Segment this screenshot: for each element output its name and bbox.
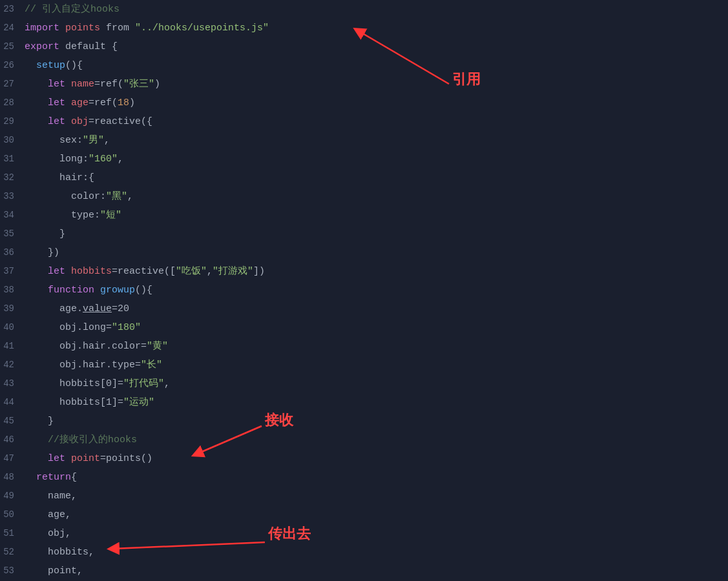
line-content: function growup(){ — [25, 281, 728, 300]
table-row: 37 let hobbits=reactive(["吃饭","打游戏"]) — [0, 262, 728, 281]
line-content: }) — [25, 244, 728, 262]
table-row: 52 hobbits, — [0, 543, 728, 562]
table-row: 51 obj, — [0, 524, 728, 543]
line-number: 39 — [0, 300, 25, 318]
line-number: 43 — [0, 374, 25, 392]
table-row: 40 obj.long="180" — [0, 318, 728, 337]
line-content: return{ — [25, 469, 728, 487]
line-content: name, — [25, 487, 728, 505]
table-row: 39 age.value=20 — [0, 300, 728, 318]
line-content: hobbits, — [25, 544, 728, 562]
line-number: 44 — [0, 393, 25, 411]
line-number: 47 — [0, 449, 25, 467]
line-number: 37 — [0, 262, 25, 280]
line-number: 40 — [0, 318, 25, 336]
table-row: 43 hobbits[0]="打代码", — [0, 374, 728, 393]
line-number: 48 — [0, 468, 25, 486]
line-content: } — [25, 225, 728, 243]
line-number: 32 — [0, 168, 25, 187]
line-number: 34 — [0, 206, 25, 224]
line-content: let age=ref(18) — [25, 94, 728, 112]
line-content: } — [25, 413, 728, 431]
line-content: obj.hair.color="黄" — [25, 338, 728, 356]
table-row: 33 color:"黑", — [0, 187, 728, 206]
line-number: 25 — [0, 37, 25, 56]
line-number: 51 — [0, 524, 25, 542]
line-number: 35 — [0, 225, 25, 243]
line-content: // 引入自定义hooks — [25, 1, 728, 19]
table-row: 29 let obj=reactive({ — [0, 112, 728, 131]
line-content: point, — [25, 562, 728, 580]
table-row: 45 } — [0, 412, 728, 431]
line-number: 26 — [0, 56, 25, 74]
table-row: 34 type:"短" — [0, 206, 728, 225]
table-row: 38 function growup(){ — [0, 281, 728, 300]
table-row: 50 age, — [0, 505, 728, 524]
line-number: 38 — [0, 281, 25, 299]
table-row: 32 hair:{ — [0, 168, 728, 187]
table-row: 35 } — [0, 225, 728, 243]
table-row: 42 obj.hair.type="长" — [0, 356, 728, 374]
line-number: 50 — [0, 505, 25, 524]
line-number: 42 — [0, 356, 25, 374]
line-content: hobbits[0]="打代码", — [25, 375, 728, 393]
table-row: 31 long:"160", — [0, 150, 728, 168]
table-row: 25export default { — [0, 37, 728, 56]
line-content: age, — [25, 506, 728, 524]
line-number: 46 — [0, 431, 25, 449]
line-number: 27 — [0, 75, 25, 93]
line-number: 23 — [0, 0, 25, 18]
lines-container: 23// 引入自定义hooks24import points from "../… — [0, 0, 728, 580]
line-number: 53 — [0, 562, 25, 580]
table-row: 27 let name=ref("张三") — [0, 75, 728, 94]
line-number: 45 — [0, 412, 25, 430]
table-row: 46 //接收引入的hooks — [0, 431, 728, 449]
table-row: 49 name, — [0, 487, 728, 505]
line-content: long:"160", — [25, 150, 728, 168]
line-number: 52 — [0, 543, 25, 561]
line-content: let hobbits=reactive(["吃饭","打游戏"]) — [25, 263, 728, 281]
table-row: 26 setup(){ — [0, 56, 728, 75]
line-content: color:"黑", — [25, 188, 728, 206]
code-container: 23// 引入自定义hooks24import points from "../… — [0, 0, 728, 581]
line-content: let obj=reactive({ — [25, 113, 728, 131]
line-number: 31 — [0, 150, 25, 168]
table-row: 48 return{ — [0, 468, 728, 487]
table-row: 30 sex:"男", — [0, 131, 728, 150]
line-number: 36 — [0, 243, 25, 261]
line-number: 49 — [0, 487, 25, 505]
line-content: obj.hair.type="长" — [25, 356, 728, 374]
table-row: 36 }) — [0, 243, 728, 262]
line-content: import points from "../hooks/usepoints.j… — [25, 19, 728, 37]
table-row: 28 let age=ref(18) — [0, 94, 728, 112]
line-content: age.value=20 — [25, 300, 728, 318]
line-content: let name=ref("张三") — [25, 76, 728, 94]
line-content: obj, — [25, 525, 728, 543]
line-content: //接收引入的hooks — [25, 431, 728, 449]
line-content: export default { — [25, 38, 728, 56]
line-number: 24 — [0, 19, 25, 37]
line-content: hair:{ — [25, 169, 728, 187]
line-number: 28 — [0, 94, 25, 112]
line-content: setup(){ — [25, 57, 728, 75]
line-content: obj.long="180" — [25, 319, 728, 337]
table-row: 41 obj.hair.color="黄" — [0, 337, 728, 356]
line-number: 29 — [0, 112, 25, 130]
line-content: hobbits[1]="运动" — [25, 394, 728, 412]
line-number: 33 — [0, 187, 25, 205]
table-row: 53 point, — [0, 562, 728, 580]
line-content: sex:"男", — [25, 132, 728, 150]
table-row: 23// 引入自定义hooks — [0, 0, 728, 19]
table-row: 44 hobbits[1]="运动" — [0, 393, 728, 412]
table-row: 24import points from "../hooks/usepoints… — [0, 19, 728, 37]
line-content: let point=points() — [25, 450, 728, 468]
line-number: 30 — [0, 131, 25, 149]
table-row: 47 let point=points() — [0, 449, 728, 468]
line-content: type:"短" — [25, 207, 728, 225]
line-number: 41 — [0, 337, 25, 355]
